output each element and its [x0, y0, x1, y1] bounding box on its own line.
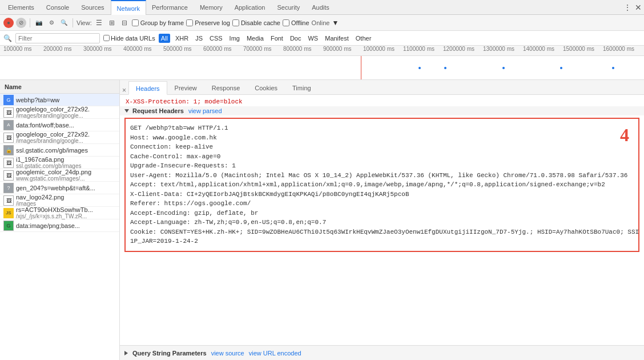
- ruler-9: 1000000 ms: [362, 46, 402, 55]
- timeline: 100000 ms 200000 ms 300000 ms 400000 ms …: [0, 46, 644, 80]
- filter-media[interactable]: Media: [245, 34, 265, 42]
- request-item-i1967[interactable]: 🖼 i1_1967ca6a.png ssl.gstatic.com/gb/ima…: [0, 157, 119, 169]
- requests-header: Name: [0, 80, 119, 94]
- tab-sources[interactable]: Sources: [75, 0, 110, 15]
- view-filter-icon[interactable]: ⊟: [119, 18, 130, 28]
- request-item-rs[interactable]: JS rs=ACT90oHXbSowhwTb... /xjs/_/js/k=xj…: [0, 207, 119, 219]
- section-arrow-down: [124, 109, 129, 113]
- request-item-googlemic[interactable]: 🖼 googlemic_color_24dp.png www.gstatic.c…: [0, 169, 119, 182]
- badge-number: 4: [620, 121, 629, 149]
- request-item-dataimage[interactable]: G data:image/png;base...: [0, 219, 119, 232]
- filter-other[interactable]: Other: [354, 34, 373, 42]
- request-name-googlelogo2: googlelogo_color_272x92. /images/brandin…: [16, 131, 90, 144]
- request-item-font[interactable]: A data:font/woff;base...: [0, 119, 119, 131]
- filter-all-badge[interactable]: All: [159, 34, 170, 43]
- view-list-icon[interactable]: ☰: [94, 18, 104, 28]
- request-item-googlelogo2[interactable]: 🖼 googlelogo_color_272x92. /images/brand…: [0, 131, 119, 144]
- tab-elements[interactable]: Elements: [2, 0, 41, 15]
- detail-tab-headers[interactable]: Headers: [128, 81, 167, 95]
- filter-img[interactable]: Img: [228, 34, 242, 42]
- request-icon-googlemic: 🖼: [3, 170, 14, 181]
- request-name-rs: rs=ACT90oHXbSowhwTb... /xjs/_/js/k=xjs.s…: [16, 206, 93, 219]
- view-grid-icon[interactable]: ⊞: [107, 18, 117, 28]
- filter-manifest[interactable]: Manifest: [323, 34, 351, 42]
- filter-bar: 🔍 Hide data URLs All XHR JS CSS Img Medi…: [0, 31, 644, 46]
- preserve-log-checkbox[interactable]: Preserve log: [186, 19, 230, 26]
- close-devtools-icon[interactable]: ✕: [635, 3, 642, 12]
- filter-xhr[interactable]: XHR: [174, 34, 190, 42]
- online-label: Online: [312, 19, 330, 26]
- filter-ws[interactable]: WS: [306, 34, 320, 42]
- detail-tab-cookies[interactable]: Cookies: [247, 81, 285, 94]
- view-url-encoded-link[interactable]: view URL encoded: [249, 350, 301, 357]
- header-line-9: Accept-Encoding: gzip, deflate, br: [130, 209, 634, 218]
- ruler-3: 400000 ms: [122, 46, 162, 55]
- request-item-ssl[interactable]: 🔒 ssl.gstatic.com/gb/images: [0, 144, 119, 157]
- tab-security[interactable]: Security: [271, 0, 306, 15]
- request-name-font: data:font/woff;base...: [16, 122, 74, 129]
- request-item-gen204[interactable]: ? gen_204?s=webhp&t=aft&...: [0, 182, 119, 194]
- request-icon-font: A: [3, 120, 14, 130]
- tab-performance[interactable]: Performance: [146, 0, 194, 15]
- header-line-5: User-Agent: Mozilla/5.0 (Macintosh; Inte…: [130, 171, 634, 181]
- request-icon-gen204: ?: [3, 183, 14, 193]
- view-parsed-link[interactable]: view parsed: [188, 107, 222, 114]
- ruler-10: 1100000 ms: [402, 46, 442, 55]
- tab-console[interactable]: Console: [41, 0, 75, 15]
- tab-application[interactable]: Application: [229, 0, 272, 15]
- ruler-6: 700000 ms: [242, 46, 282, 55]
- detail-tab-timing[interactable]: Timing: [285, 81, 319, 94]
- request-item-webhp[interactable]: G webhp?tab=ww: [0, 94, 119, 106]
- filter-doc[interactable]: Doc: [288, 34, 303, 42]
- tab-memory[interactable]: Memory: [194, 0, 229, 15]
- request-item-nav[interactable]: 🖼 nav_logo242.png /images: [0, 194, 119, 207]
- more-icon[interactable]: ⋮: [623, 3, 631, 12]
- header-line-11: Cookie: CONSENT=YES+HK.zh-HK+; SID=9wZOB…: [130, 227, 634, 237]
- detail-tab-response[interactable]: Response: [204, 81, 248, 94]
- filter-button[interactable]: ⚙: [46, 18, 57, 28]
- record-button[interactable]: ●: [3, 18, 14, 28]
- header-line-12: 1P_JAR=2019-1-24-2: [130, 237, 634, 246]
- hide-data-urls-checkbox[interactable]: Hide data URLs: [103, 35, 155, 42]
- view-source-link[interactable]: view source: [211, 350, 244, 357]
- qs-params-title: Query String Parameters: [132, 350, 207, 357]
- request-name-webhp: webhp?tab=ww: [16, 97, 59, 103]
- search-button[interactable]: 🔍: [59, 18, 69, 28]
- ruler-2: 300000 ms: [82, 46, 122, 55]
- camera-button[interactable]: 📷: [34, 18, 44, 28]
- dot-4: [560, 67, 562, 69]
- detail-close-button[interactable]: ×: [122, 86, 126, 94]
- filter-icon: 🔍: [3, 34, 12, 42]
- header-line-2: Connection: keep-alive: [130, 142, 634, 152]
- separator-1: [30, 18, 30, 27]
- requests-panel: Name G webhp?tab=ww 🖼 googlelogo_color_2…: [0, 80, 120, 360]
- filter-css[interactable]: CSS: [208, 34, 224, 42]
- tab-audits[interactable]: Audits: [306, 0, 336, 15]
- filter-font[interactable]: Font: [269, 34, 285, 42]
- request-headers-section[interactable]: Request Headers view parsed: [120, 106, 644, 115]
- dot-1: [418, 67, 421, 69]
- separator-2: [73, 18, 73, 27]
- header-line-1: Host: www.google.com.hk: [130, 133, 634, 143]
- filter-input[interactable]: [15, 33, 100, 43]
- tab-network[interactable]: Network: [111, 0, 146, 15]
- request-name-ssl: ssl.gstatic.com/gb/images: [16, 147, 88, 154]
- request-headers-title: Request Headers: [132, 107, 184, 114]
- detail-tab-preview[interactable]: Preview: [167, 81, 204, 94]
- request-item-googlelogo1[interactable]: 🖼 googlelogo_color_272x92. /images/brand…: [0, 106, 119, 119]
- network-toolbar: ● ⊘ 📷 ⚙ 🔍 View: ☰ ⊞ ⊟ Group by frame Pre…: [0, 15, 644, 31]
- ruler-5: 600000 ms: [202, 46, 242, 55]
- clear-button[interactable]: ⊘: [16, 18, 26, 28]
- network-throttle-dropdown[interactable]: ▼: [332, 19, 339, 27]
- top-tab-bar: Elements Console Sources Network Perform…: [0, 0, 644, 15]
- filter-js[interactable]: JS: [194, 34, 204, 42]
- name-column-header: Name: [5, 83, 115, 90]
- disable-cache-checkbox[interactable]: Disable cache: [232, 19, 280, 26]
- request-name-googlelogo1: googlelogo_color_272x92. /images/brandin…: [16, 106, 90, 119]
- offline-checkbox[interactable]: Offline: [283, 19, 309, 26]
- ruler-15: 1600000 ms: [602, 46, 642, 55]
- header-line-7: X-Client-Data: CI+2yQEIorbJAQjBtskBCKmdy…: [130, 190, 634, 199]
- request-icon-googlelogo2: 🖼: [3, 133, 14, 143]
- timeline-bars: [0, 56, 644, 80]
- group-by-frame-checkbox[interactable]: Group by frame: [132, 19, 184, 26]
